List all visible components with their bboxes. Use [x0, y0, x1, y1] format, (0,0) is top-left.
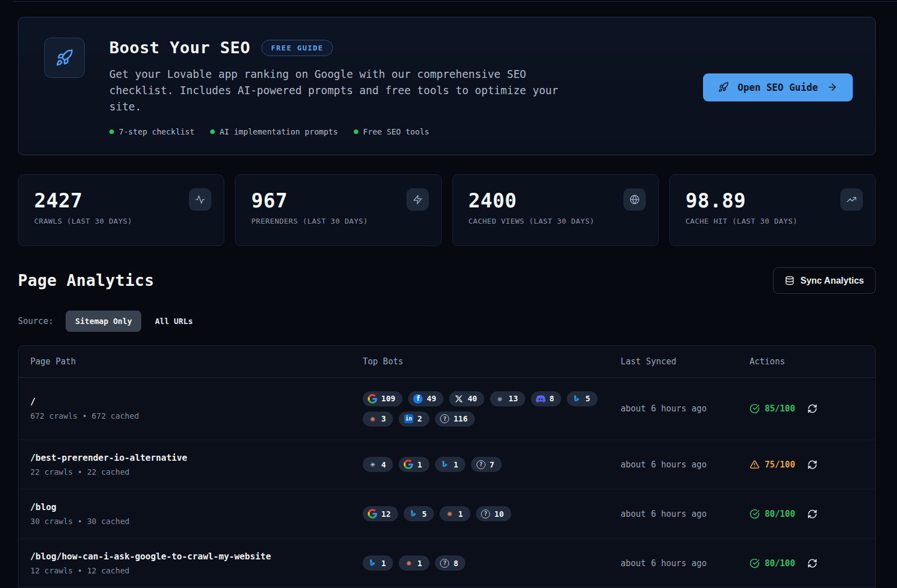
seo-score: 80/100: [750, 509, 795, 519]
page-path[interactable]: /blog: [30, 502, 363, 512]
stat-label: CRAWLS (LAST 30 DAYS): [34, 217, 211, 225]
recache-button[interactable]: [807, 509, 817, 519]
source-label: Source:: [18, 316, 53, 326]
bing-icon: [572, 394, 581, 404]
claude-icon: ✺: [445, 509, 454, 518]
stat-card-prerenders: 967 PRERENDERS (LAST 30 DAYS): [235, 174, 441, 246]
stat-label: CACHE HIT (LAST 30 DAYS): [686, 217, 863, 225]
cta-label: Open SEO Guide: [738, 82, 818, 93]
bot-count: 1: [381, 559, 386, 567]
page-path[interactable]: /: [30, 397, 363, 407]
page-path-cell: /blog30 crawls • 30 cached: [30, 502, 363, 526]
bot-count: 49: [427, 395, 436, 402]
stat-label: PRERENDERS (LAST 30 DAYS): [251, 217, 428, 225]
top-bots-cell: 1✺1?8: [363, 548, 621, 578]
last-synced: about 6 hours ago: [621, 460, 750, 470]
bot-count: 5: [585, 395, 590, 402]
bot-badge-x: 40: [449, 391, 484, 406]
globe-icon: [623, 188, 646, 211]
warning-triangle-icon: [750, 460, 760, 470]
seo-score: 85/100: [750, 404, 795, 414]
bot-count: 4: [381, 461, 386, 469]
bot-badge-google: 1: [399, 457, 429, 472]
recache-button[interactable]: [807, 404, 817, 414]
table-row: /blog/how-can-i-ask-google-to-crawl-my-w…: [19, 538, 875, 587]
bot-badge-perplexity: ✳4: [363, 457, 393, 472]
bot-badge-claude: ✺1: [399, 555, 429, 571]
facebook-icon: f: [413, 394, 423, 404]
bot-count: 10: [494, 510, 504, 518]
open-seo-guide-button[interactable]: Open SEO Guide: [703, 73, 853, 101]
unknown-icon: ?: [440, 414, 450, 424]
source-option-all-urls[interactable]: All URLs: [154, 311, 193, 332]
bot-badge-claude: ✺3: [363, 411, 393, 427]
check-circle-icon: [750, 558, 760, 568]
activity-icon: [189, 188, 211, 211]
actions-cell: 80/100: [750, 509, 863, 519]
rocket-icon: [44, 38, 85, 78]
last-synced: about 6 hours ago: [621, 509, 750, 519]
page-path[interactable]: /blog/how-can-i-ask-google-to-crawl-my-w…: [30, 552, 363, 562]
feature-label: Free SEO tools: [363, 127, 429, 136]
banner-description: Get your Lovable app ranking on Google w…: [109, 66, 575, 115]
bot-badge-google: 12: [363, 506, 398, 521]
stat-card-cache-hit: 98.89 CACHE HIT (LAST 30 DAYS): [669, 174, 876, 246]
score-value: 85/100: [765, 404, 795, 414]
table-header: Page Path Top Bots Last Synced Actions: [19, 346, 875, 378]
bot-badge-claude: ✺1: [440, 506, 470, 521]
bot-badge-unknown: ?7: [471, 457, 501, 472]
bot-badge-bing: 5: [567, 391, 597, 406]
unknown-icon: ?: [440, 558, 450, 568]
bot-badge-unknown: ?10: [476, 506, 511, 521]
stat-card-crawls: 2427 CRAWLS (LAST 30 DAYS): [18, 174, 224, 246]
column-header-last-synced: Last Synced: [621, 356, 750, 367]
bot-badge-openai: ❋13: [490, 391, 525, 406]
free-guide-badge: FREE GUIDE: [261, 40, 332, 56]
stat-value: 2427: [34, 189, 211, 212]
green-dot-icon: [109, 129, 114, 134]
feature-label: AI implementation prompts: [220, 127, 338, 136]
recache-button[interactable]: [807, 558, 817, 568]
stat-card-cached-views: 2400 CACHED VIEWS (LAST 30 DAYS): [452, 174, 659, 246]
bot-count: 2: [417, 415, 422, 423]
database-icon: [785, 276, 794, 285]
x-icon: [454, 394, 464, 404]
table-row: /672 crawls • 672 cached109f4940❋1385✺3i…: [19, 378, 875, 439]
bot-count: 109: [381, 395, 395, 402]
unknown-icon: ?: [476, 460, 486, 469]
sync-analytics-button[interactable]: Sync Analytics: [773, 267, 876, 294]
bing-icon: [368, 558, 377, 568]
bot-badge-unknown: ?8: [435, 555, 465, 571]
google-icon: [368, 509, 377, 518]
linkedin-icon: in: [404, 414, 413, 424]
page-path-cell: /best-prerender-io-alternative22 crawls …: [30, 453, 363, 476]
bot-badge-bing: 1: [435, 457, 465, 472]
bot-count: 8: [454, 559, 458, 567]
source-option-sitemap-only[interactable]: Sitemap Only: [66, 311, 141, 332]
google-icon: [404, 460, 413, 469]
page-path[interactable]: /best-prerender-io-alternative: [30, 453, 363, 463]
recache-button[interactable]: [807, 460, 817, 470]
check-circle-icon: [750, 404, 760, 414]
actions-cell: 85/100: [750, 404, 863, 414]
column-header-actions: Actions: [750, 356, 863, 367]
bot-badge-facebook: f49: [408, 391, 443, 406]
bot-badge-unknown: ?116: [435, 411, 475, 427]
bot-badge-google: 109: [363, 391, 403, 406]
zap-icon: [406, 188, 429, 211]
bing-icon: [440, 460, 450, 469]
actions-cell: 75/100: [750, 460, 863, 470]
bot-count: 40: [468, 395, 477, 402]
top-divider: [13, 1, 897, 2]
refresh-icon: [807, 404, 817, 414]
crawl-stats: 22 crawls • 22 cached: [30, 467, 363, 476]
top-bots-cell: 125✺1?10: [363, 498, 621, 529]
banner-content: Boost Your SEO FREE GUIDE Get your Lovab…: [109, 38, 686, 136]
bot-count: 1: [417, 559, 422, 567]
unknown-icon: ?: [481, 509, 491, 518]
table-row: /best-prerender-io-alternative22 crawls …: [19, 439, 875, 489]
top-bots-cell: 109f4940❋1385✺3in2?116: [363, 383, 621, 434]
refresh-icon: [807, 460, 817, 470]
seo-guide-banner: Boost Your SEO FREE GUIDE Get your Lovab…: [18, 17, 876, 155]
last-synced: about 6 hours ago: [621, 558, 750, 568]
